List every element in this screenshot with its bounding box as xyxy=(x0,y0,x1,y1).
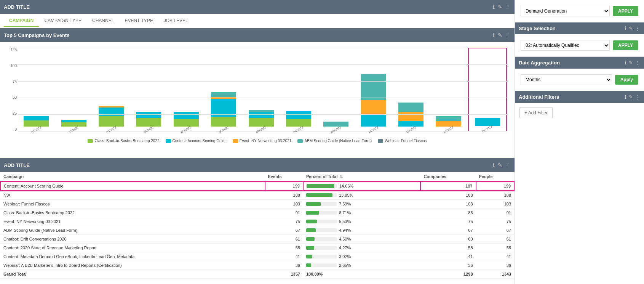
table-row[interactable]: N\A 188 13.85% 188 188 xyxy=(0,191,514,200)
table-more-icon[interactable]: ⋮ xyxy=(505,162,511,168)
legend-item-cyan: Content: Account Scoring Guide xyxy=(166,139,227,143)
legend-item-green: Class: Back-to-Basics Bootcamp 2022 xyxy=(88,139,159,143)
pct-bar-bg xyxy=(306,246,337,250)
td-campaign: Event: NY Networking 03.2021 xyxy=(0,217,265,226)
table-row[interactable]: Class: Back-to-Basics Bootcamp 2022 91 6… xyxy=(0,209,514,217)
date-agg-info-icon[interactable]: ℹ xyxy=(625,60,626,66)
tab-campaign[interactable]: CAMPAIGN xyxy=(4,15,39,27)
bar-group-112022[interactable]: 11/2022 xyxy=(393,48,429,132)
td-campaign: Webinar: A B2B Marketer's Intro to Board… xyxy=(0,261,265,270)
td-companies: 67 xyxy=(420,226,476,235)
bar-group-052022[interactable]: 05/2022 xyxy=(168,48,204,132)
tab-channel[interactable]: CHANNEL xyxy=(87,15,119,27)
pct-value: 4.27% xyxy=(339,245,351,250)
col-events[interactable]: Events xyxy=(265,172,303,181)
date-agg-header: Date Aggregation ℹ ✎ ⋮ xyxy=(515,57,644,69)
table-row[interactable]: ABM Scoring Guide (Native Lead Form) 67 … xyxy=(0,226,514,235)
tab-job-level[interactable]: JOB LEVEL xyxy=(158,15,193,27)
stage-edit-icon[interactable]: ✎ xyxy=(629,26,633,31)
demand-gen-apply-button[interactable]: APPLY xyxy=(613,6,638,16)
bar-group-062022[interactable]: 06/2022 xyxy=(206,48,241,132)
bar-group-122022[interactable]: 12/2022 xyxy=(430,48,466,132)
table-row[interactable]: Content: Metadata Demand Gen eBook, Link… xyxy=(0,252,514,261)
table-row[interactable]: Chatbot: Drift Conversations 2020 61 4.5… xyxy=(0,235,514,244)
table-info-icon[interactable]: ℹ xyxy=(493,162,495,168)
bar-group-042022[interactable]: 04/2022 xyxy=(131,48,166,132)
chart-edit-icon[interactable]: ✎ xyxy=(498,32,502,38)
date-agg-edit-icon[interactable]: ✎ xyxy=(629,60,633,66)
tab-campaign-type[interactable]: CAMPAIGN TYPE xyxy=(39,15,87,27)
pct-bar-fill xyxy=(306,211,319,215)
date-agg-more-icon[interactable]: ⋮ xyxy=(635,60,640,66)
pct-bar-bg xyxy=(306,211,337,215)
table-row[interactable]: Event: NY Networking 03.2021 75 5.53% 75… xyxy=(0,217,514,226)
add-filters-info-icon[interactable]: ℹ xyxy=(625,94,626,100)
add-filter-button[interactable]: + Add Filter xyxy=(519,108,553,118)
bar-seg-cyan xyxy=(398,121,423,127)
td-campaign: Chatbot: Drift Conversations 2020 xyxy=(0,235,265,244)
bar-label-052022: 05/2022 xyxy=(181,125,192,134)
stage-select[interactable]: 02: Automatically Qualifiec xyxy=(521,40,610,51)
td-grand-events: 1357 xyxy=(265,270,303,279)
add-filters-more-icon[interactable]: ⋮ xyxy=(635,94,640,100)
demand-gen-section: Demand Generation APPLY xyxy=(515,0,644,22)
table-section: ADD TITLE ℹ ✎ ⋮ Campaign Events Percent … xyxy=(0,158,515,284)
bars-row: 01/2022 02/2022 xyxy=(18,46,507,132)
date-agg-content: Months Weeks Days Quarters Years Apply xyxy=(515,69,644,91)
campaign-table: Campaign Events Percent of Total ⇅ Compa… xyxy=(0,172,515,279)
bar-seg-green xyxy=(174,119,199,127)
bar-label-092022: 09/2022 xyxy=(331,125,342,134)
stage-apply-button[interactable]: APPLY xyxy=(613,40,638,50)
legend-item-darkgreen: Webinar: Funnel Fiascos xyxy=(378,139,427,143)
edit-icon[interactable]: ✎ xyxy=(498,4,502,10)
col-people[interactable]: People xyxy=(476,172,514,181)
tab-event-type[interactable]: EVENT TYPE xyxy=(119,15,158,27)
chart-info-icon[interactable]: ℹ xyxy=(493,32,495,38)
col-campaign[interactable]: Campaign xyxy=(0,172,265,181)
pct-bar-fill xyxy=(306,237,315,241)
table-row[interactable]: Webinar: Funnel Fiascos 103 7.59% 103 10… xyxy=(0,200,514,209)
y-label-25: 25 xyxy=(8,111,17,116)
date-agg-select[interactable]: Months Weeks Days Quarters Years xyxy=(521,74,612,85)
td-people: 199 xyxy=(476,181,514,191)
bar-seg-teal xyxy=(211,92,236,97)
bar-group-012022[interactable]: 01/2022 xyxy=(18,48,54,132)
bar-seg-green xyxy=(24,120,49,127)
td-people: 41 xyxy=(476,252,514,261)
bar-group-032022[interactable]: 03/2022 xyxy=(93,48,129,132)
info-icon[interactable]: ℹ xyxy=(493,4,495,10)
table-row[interactable]: Content: Account Scoring Guide 199 14.66… xyxy=(0,181,514,191)
stage-more-icon[interactable]: ⋮ xyxy=(635,26,640,31)
add-filters-content: + Add Filter xyxy=(515,103,644,123)
pct-value: 14.66% xyxy=(339,184,353,188)
stage-info-icon[interactable]: ℹ xyxy=(625,26,626,31)
bar-seg-cyan xyxy=(174,112,199,119)
bar-group-012023[interactable]: 01/2023 xyxy=(468,48,507,132)
col-companies[interactable]: Companies xyxy=(420,172,476,181)
chart-more-icon[interactable]: ⋮ xyxy=(505,32,511,38)
chart-area: 0 25 50 75 100 125 xyxy=(0,42,515,156)
stage-selection-title: Stage Selection xyxy=(519,26,625,31)
td-people: 188 xyxy=(476,191,514,200)
legend-item-orange: Event: NY Networking 03.2021 xyxy=(233,139,292,143)
bar-group-072022[interactable]: 07/2022 xyxy=(243,48,279,132)
demand-gen-select[interactable]: Demand Generation xyxy=(521,6,610,16)
bar-seg-teal xyxy=(436,116,461,121)
table-row[interactable]: Webinar: A B2B Marketer's Intro to Board… xyxy=(0,261,514,270)
bar-group-092022[interactable]: 09/2022 xyxy=(318,48,354,132)
col-pct[interactable]: Percent of Total ⇅ xyxy=(303,172,420,181)
bar-seg-cyan xyxy=(99,108,124,116)
bar-group-022022[interactable]: 02/2022 xyxy=(56,48,91,132)
table-edit-icon[interactable]: ✎ xyxy=(498,162,502,168)
table-row[interactable]: Content: 2020 State of Revenue Marketing… xyxy=(0,244,514,252)
bar-group-082022[interactable]: 08/2022 xyxy=(281,48,316,132)
add-filters-edit-icon[interactable]: ✎ xyxy=(629,94,633,100)
date-agg-apply-button[interactable]: Apply xyxy=(615,75,638,85)
td-events: 103 xyxy=(265,200,303,209)
sort-icon[interactable]: ⇅ xyxy=(340,175,343,179)
td-campaign: Content: Account Scoring Guide xyxy=(0,181,265,191)
legend-label-teal: ABM Scoring Guide (Native Lead Form) xyxy=(304,139,372,143)
table-scroll[interactable]: Campaign Events Percent of Total ⇅ Compa… xyxy=(0,172,515,279)
bar-group-102022[interactable]: 10/2022 xyxy=(356,48,392,132)
more-icon[interactable]: ⋮ xyxy=(505,4,511,10)
